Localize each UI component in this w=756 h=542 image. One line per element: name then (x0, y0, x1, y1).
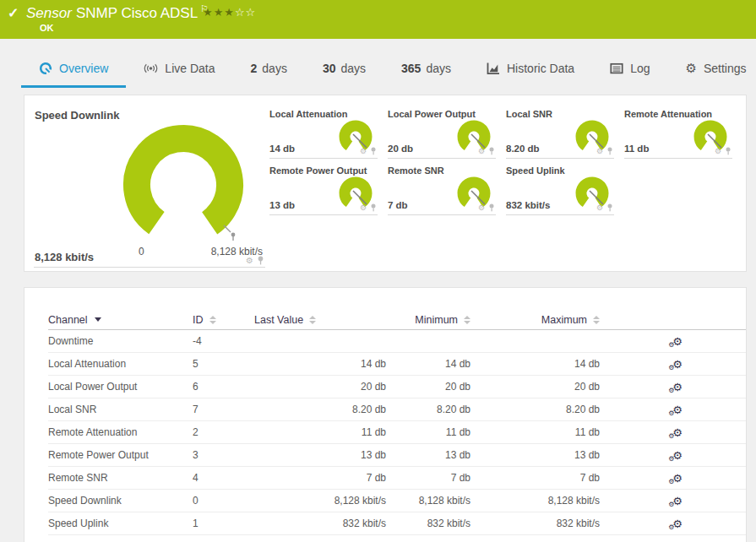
sort-icon (593, 316, 600, 324)
pin-icon[interactable] (725, 147, 732, 155)
pin-icon[interactable] (488, 203, 495, 212)
channel-settings-gears-icon[interactable]: ⚙⚙ (672, 427, 683, 438)
gauge-title: Speed Downlink (35, 109, 119, 122)
gauge-remote-power-output[interactable]: Remote Power Output 13 db ⚙ (269, 163, 378, 215)
tab-label: days (340, 62, 366, 75)
tab-2-days[interactable]: 2 days (233, 51, 305, 88)
tab-label: days (262, 62, 287, 75)
pin-icon[interactable] (606, 203, 613, 212)
gauge-remote-attenuation[interactable]: Remote Attenuation 11 db ⚙ (624, 106, 732, 159)
minimum-value: 13 db (386, 449, 470, 461)
gauge-local-snr[interactable]: Local SNR 8.20 db ⚙ (506, 106, 614, 159)
column-header-minimum[interactable]: Minimum (386, 314, 470, 326)
pin-icon[interactable] (606, 147, 613, 155)
maximum-value: 7 db (470, 472, 600, 484)
maximum-value: 8.20 db (470, 404, 600, 415)
channel-name: Remote Power Output (48, 449, 193, 461)
column-header-last-value[interactable]: Last Value (254, 314, 386, 326)
tab-bar: Overview Live Data 2 days 30 days 365 da… (21, 51, 756, 88)
channel-settings-gears-icon[interactable]: ⚙⚙ (672, 359, 683, 370)
last-value: 13 db (254, 449, 386, 461)
table-row: Remote Power Output 3 13 db 13 db 13 db … (48, 444, 746, 467)
tab-settings[interactable]: ⚙ Settings (667, 51, 756, 88)
pin-icon[interactable] (370, 147, 377, 155)
gauge-current-value: 7 db (388, 200, 408, 210)
tab-log[interactable]: Log (592, 51, 667, 88)
channel-id: 7 (193, 404, 254, 415)
tab-live-data[interactable]: Live Data (126, 51, 232, 88)
pin-icon[interactable] (370, 203, 377, 212)
last-value: 832 kbit/s (254, 518, 386, 529)
tab-historic-data[interactable]: Historic Data (469, 51, 592, 88)
tab-number: 30 (323, 62, 336, 75)
pin-icon[interactable] (257, 256, 264, 265)
channel-name: Speed Downlink (48, 495, 193, 507)
speed-downlink-gauge-dial (111, 116, 255, 257)
tab-number: 2 (251, 62, 258, 75)
channel-name: Remote SNR (48, 472, 193, 484)
gear-icon[interactable]: ⚙ (596, 204, 603, 212)
gauge-local-power-output[interactable]: Local Power Output 20 db ⚙ (388, 106, 496, 159)
gauge-local-attenuation[interactable]: Local Attenuation 14 db ⚙ (269, 106, 378, 159)
priority-star-rating[interactable]: ★★★☆☆ (203, 6, 256, 19)
column-header-id[interactable]: ID (193, 314, 254, 326)
gear-icon[interactable]: ⚙ (478, 148, 485, 155)
gauge-scale-min: 0 (139, 246, 144, 257)
gauge-title: Local Attenuation (269, 109, 347, 119)
tab-365-days[interactable]: 365 days (383, 51, 469, 88)
column-header-channel[interactable]: Channel (48, 314, 193, 326)
maximum-value: 14 db (470, 358, 600, 370)
table-row: Local Power Output 6 20 db 20 db 20 db ⚙… (48, 376, 746, 398)
status-badge: OK (40, 23, 54, 33)
channel-settings-gears-icon[interactable]: ⚙⚙ (672, 496, 683, 507)
last-value: 7 db (254, 472, 386, 484)
channel-id: 2 (193, 426, 254, 438)
sensor-header: ✓ SensorSNMP Cisco ADSL⚐ ★★★☆☆ OK (0, 0, 756, 39)
gauge-current-value: 20 db (388, 144, 413, 154)
maximum-value: 8,128 kbit/s (470, 495, 600, 507)
channel-id: 0 (193, 495, 254, 507)
channel-settings-gears-icon[interactable]: ⚙⚙ (672, 336, 683, 347)
channel-id: 1 (193, 518, 254, 529)
gear-icon[interactable]: ⚙ (596, 148, 603, 155)
page-title: SensorSNMP Cisco ADSL⚐ (26, 3, 209, 22)
table-row: Remote Attenuation 2 11 db 11 db 11 db ⚙… (48, 421, 746, 444)
pin-icon[interactable] (488, 147, 495, 155)
gear-icon[interactable]: ⚙ (246, 257, 253, 265)
maximum-value: 13 db (470, 449, 600, 461)
gauge-speed-downlink[interactable]: Speed Downlink 0 8,128 kbit/s 8,128 kbit… (34, 102, 265, 268)
channel-name: Downtime (48, 335, 193, 347)
channel-settings-gears-icon[interactable]: ⚙⚙ (672, 382, 683, 393)
channel-id: -4 (193, 335, 254, 347)
tab-label: Log (630, 62, 650, 75)
tab-label: Historic Data (507, 62, 574, 75)
channel-settings-gears-icon[interactable]: ⚙⚙ (672, 450, 683, 461)
sort-icon (309, 316, 316, 324)
last-value: 14 db (254, 358, 386, 370)
tab-label: Overview (59, 62, 108, 75)
needle-pin-marker (231, 233, 236, 241)
live-data-icon (144, 62, 158, 75)
channel-settings-gears-icon[interactable]: ⚙⚙ (672, 518, 683, 529)
channel-settings-gears-icon[interactable]: ⚙⚙ (672, 404, 683, 415)
gear-icon[interactable]: ⚙ (360, 148, 367, 155)
gear-icon[interactable]: ⚙ (478, 204, 485, 212)
tab-overview[interactable]: Overview (21, 51, 126, 88)
gear-icon: ⚙ (685, 62, 696, 74)
gear-icon[interactable]: ⚙ (715, 148, 721, 155)
sort-icon (464, 316, 470, 324)
gear-icon[interactable]: ⚙ (360, 204, 367, 212)
gauge-current-value: 11 db (624, 144, 649, 154)
last-value: 11 db (254, 426, 386, 438)
minimum-value: 11 db (386, 426, 470, 438)
channel-settings-gears-icon[interactable]: ⚙⚙ (672, 473, 683, 484)
gauge-speed-uplink[interactable]: Speed Uplink 832 kbit/s ⚙ (506, 163, 614, 215)
column-header-maximum[interactable]: Maximum (470, 314, 600, 326)
channel-id: 6 (193, 381, 254, 393)
area-chart-icon (487, 62, 500, 75)
tab-30-days[interactable]: 30 days (305, 51, 383, 88)
channels-table-panel: Channel ID Last Value Minimum Maximum Do… (24, 287, 747, 542)
minimum-value: 20 db (386, 381, 470, 393)
gauge-remote-snr[interactable]: Remote SNR 7 db ⚙ (388, 163, 496, 215)
sensor-name: SNMP Cisco ADSL (76, 5, 198, 21)
